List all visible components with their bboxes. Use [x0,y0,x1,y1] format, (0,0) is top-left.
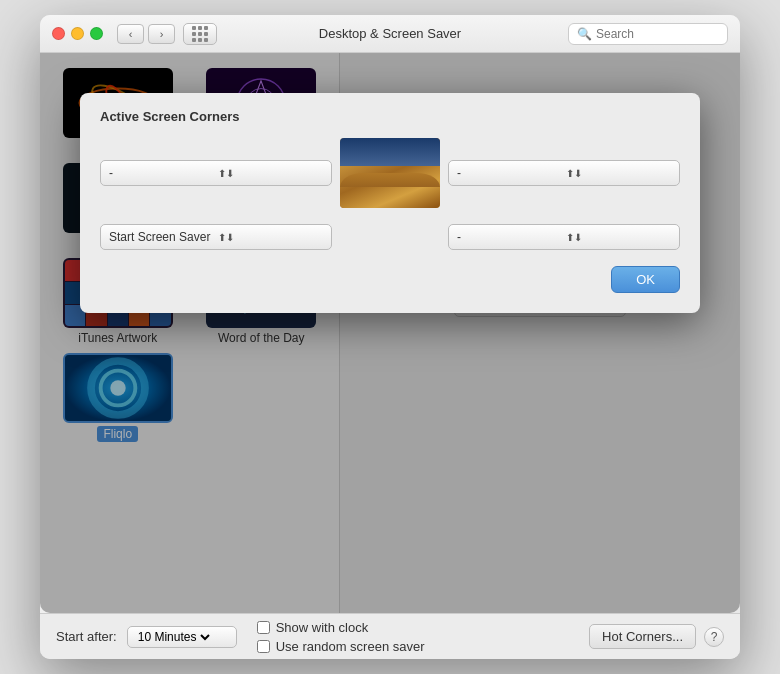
desktop-preview-image [340,138,440,208]
modal-title: Active Screen Corners [100,109,680,124]
show-with-clock-label: Show with clock [276,620,368,635]
show-with-clock-checkbox[interactable] [257,621,270,634]
active-screen-corners-modal: Active Screen Corners - ⬆⬇ [80,93,700,313]
corner-select-bottom-right[interactable]: - ⬆⬇ [448,224,680,250]
grid-icon [192,26,208,42]
titlebar: ‹ › Desktop & Screen Saver 🔍 [40,15,740,53]
grid-view-button[interactable] [183,23,217,45]
traffic-lights [52,27,103,40]
corner-select-top-right[interactable]: - ⬆⬇ [448,160,680,186]
corner-top-right-arrow-icon: ⬆⬇ [566,168,671,179]
modal-ok-row: OK [100,266,680,293]
back-button[interactable]: ‹ [117,24,144,44]
show-with-clock-row: Show with clock [257,620,425,635]
duration-select-wrap[interactable]: 1 Minute 2 Minutes 5 Minutes 10 Minutes … [127,626,237,648]
main-window: ‹ › Desktop & Screen Saver 🔍 [40,15,740,659]
use-random-label: Use random screen saver [276,639,425,654]
help-button[interactable]: ? [704,627,724,647]
maximize-button[interactable] [90,27,103,40]
corner-bottom-right-arrow-icon: ⬆⬇ [566,232,671,243]
start-after-label: Start after: [56,629,117,644]
corners-grid: - ⬆⬇ - ⬆⬇ [100,138,680,250]
bottom-bar: Start after: 1 Minute 2 Minutes 5 Minute… [40,613,740,659]
corner-top-right-value: - [457,166,562,180]
corner-select-top-left[interactable]: - ⬆⬇ [100,160,332,186]
modal-overlay: Active Screen Corners - ⬆⬇ [40,53,740,613]
corner-top-left-value: - [109,166,214,180]
hot-corners-button[interactable]: Hot Corners... [589,624,696,649]
minimize-button[interactable] [71,27,84,40]
corner-bottom-right-value: - [457,230,562,244]
search-icon: 🔍 [577,27,592,41]
bottom-right-buttons: Hot Corners... ? [589,624,724,649]
nav-buttons: ‹ › [117,24,175,44]
corner-bottom-left-arrow-icon: ⬆⬇ [218,232,323,243]
corner-top-left-arrow-icon: ⬆⬇ [218,168,323,179]
search-bar[interactable]: 🔍 [568,23,728,45]
ok-button[interactable]: OK [611,266,680,293]
search-input[interactable] [596,27,719,41]
forward-button[interactable]: › [148,24,175,44]
use-random-row: Use random screen saver [257,639,425,654]
checkboxes: Show with clock Use random screen saver [257,620,425,654]
corner-bottom-left-value: Start Screen Saver [109,230,214,244]
content-area: Flurry Arabesque [40,53,740,613]
duration-select[interactable]: 1 Minute 2 Minutes 5 Minutes 10 Minutes … [134,629,213,645]
close-button[interactable] [52,27,65,40]
corner-select-bottom-left[interactable]: Start Screen Saver ⬆⬇ [100,224,332,250]
use-random-checkbox[interactable] [257,640,270,653]
window-title: Desktop & Screen Saver [319,26,461,41]
